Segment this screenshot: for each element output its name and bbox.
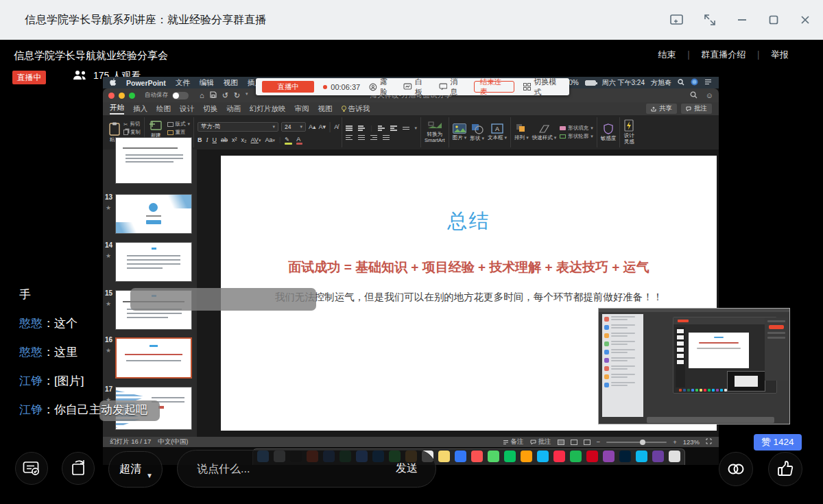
maximize-window-light[interactable]: [129, 93, 135, 99]
close-icon[interactable]: [800, 14, 811, 25]
undo-icon[interactable]: ↺: [222, 91, 228, 100]
arrange-button[interactable]: 排列 ▾: [514, 123, 529, 141]
slide-sorter-view-icon[interactable]: [571, 440, 577, 445]
rotate-screen-button[interactable]: [62, 452, 95, 485]
stream-intro-button[interactable]: 群直播介绍: [701, 49, 746, 61]
mac-menu-app[interactable]: PowerPoint: [126, 79, 166, 87]
fit-slide-icon[interactable]: [706, 438, 712, 446]
justify-button[interactable]: [383, 135, 390, 141]
notes-toggle[interactable]: 备注: [503, 437, 524, 446]
convert-smartart-button[interactable]: 转换为SmartArt: [425, 121, 445, 143]
clear-format-button[interactable]: A̸: [334, 123, 338, 130]
font-color-button[interactable]: A: [296, 136, 302, 145]
comment-settings-button[interactable]: [15, 452, 48, 485]
tab-draw[interactable]: 绘图: [156, 104, 171, 114]
whiteboard-button[interactable]: 白板: [403, 77, 429, 97]
cut-button[interactable]: ✂剪切: [123, 121, 141, 128]
chat-input-pill[interactable]: 发送: [177, 450, 436, 488]
tab-transitions[interactable]: 切换: [203, 104, 217, 114]
minimize-window-light[interactable]: [119, 93, 125, 99]
sensitivity-button[interactable]: 敏感度: [601, 123, 617, 142]
tab-insert[interactable]: 插入: [133, 104, 147, 114]
tab-home[interactable]: 开始: [110, 103, 124, 115]
language-indicator[interactable]: 中文(中国): [158, 437, 188, 446]
align-left-button[interactable]: [346, 135, 353, 141]
redo-icon[interactable]: ↻: [234, 91, 240, 100]
feedback-smiley-icon[interactable]: ☺: [706, 91, 713, 100]
control-center-icon[interactable]: [704, 79, 712, 86]
design-ideas-button[interactable]: 设计灵感: [623, 119, 634, 145]
zoom-slider[interactable]: [606, 442, 667, 443]
end-stream-button[interactable]: 结束: [658, 49, 676, 61]
strikethrough-button[interactable]: ab: [221, 136, 228, 143]
search-icon[interactable]: [690, 91, 697, 100]
tab-animations[interactable]: 动画: [226, 104, 241, 114]
zoom-out-button[interactable]: −: [597, 438, 601, 446]
autosave-toggle[interactable]: [172, 92, 189, 99]
mac-menu-edit[interactable]: 编辑: [200, 78, 214, 88]
zoom-level[interactable]: 123%: [683, 438, 700, 446]
line-spacing-button[interactable]: [403, 127, 409, 130]
shapes-button[interactable]: 形状 ▾: [470, 123, 484, 142]
pip-preview[interactable]: [598, 308, 790, 424]
char-spacing-button[interactable]: AV▾: [251, 136, 261, 143]
indent-decrease-button[interactable]: [378, 125, 385, 131]
font-name-select[interactable]: 苹方-简▾: [198, 122, 278, 132]
picture-button[interactable]: 图片 ▾: [453, 123, 467, 141]
shape-fill-button[interactable]: 形状填充▾: [560, 125, 593, 132]
link-mic-button[interactable]: [719, 452, 753, 486]
messages-button[interactable]: 消息: [439, 77, 465, 97]
shrink-font-button[interactable]: A▾: [319, 123, 326, 130]
quick-styles-button[interactable]: 快速样式 ▾: [532, 124, 557, 141]
mac-user[interactable]: 方旭奇: [651, 78, 671, 88]
align-center-button[interactable]: [358, 135, 365, 141]
chevron-down-icon[interactable]: ▾: [246, 91, 248, 100]
fullscreen-icon[interactable]: [704, 14, 716, 26]
change-case-button[interactable]: Aa▾: [265, 136, 275, 143]
superscript-button[interactable]: x²: [232, 136, 237, 143]
align-right-button[interactable]: [370, 135, 377, 141]
subscript-button[interactable]: x₂: [241, 136, 247, 143]
tab-tell-me[interactable]: 告诉我: [342, 104, 370, 114]
mac-menu-file[interactable]: 文件: [176, 78, 190, 88]
font-size-select[interactable]: 24▾: [281, 122, 306, 132]
send-button[interactable]: 发送: [396, 461, 418, 476]
quality-selector[interactable]: 超清 ▼: [108, 451, 163, 488]
italic-button[interactable]: I: [206, 136, 208, 143]
highlight-color-button[interactable]: ✎: [285, 136, 292, 145]
slide-thumbnail-13[interactable]: [115, 194, 192, 234]
report-button[interactable]: 举报: [771, 49, 789, 61]
minimize-icon[interactable]: [737, 14, 748, 25]
normal-view-icon[interactable]: [558, 440, 564, 445]
spotlight-icon[interactable]: [678, 79, 684, 87]
slide-thumbnail-12[interactable]: [115, 137, 192, 184]
tab-view[interactable]: 视图: [318, 104, 333, 114]
indent-increase-button[interactable]: [390, 125, 397, 131]
switch-mode-button[interactable]: 切换模式: [523, 77, 563, 97]
tab-slideshow[interactable]: 幻灯片放映: [250, 104, 286, 114]
mac-menu-view[interactable]: 视图: [224, 78, 238, 88]
comments-button[interactable]: 批注: [681, 104, 712, 114]
bullets-button[interactable]: [346, 125, 353, 131]
home-icon[interactable]: ⌂: [200, 91, 204, 100]
shape-outline-button[interactable]: 形状轮廓▾: [560, 133, 593, 140]
numbering-button[interactable]: [358, 125, 365, 131]
copy-button[interactable]: 复制: [123, 129, 141, 136]
slide-thumbnail-14[interactable]: [115, 242, 192, 282]
save-icon[interactable]: [210, 91, 217, 100]
comments-toggle[interactable]: 批注: [530, 437, 551, 446]
siri-icon[interactable]: [691, 78, 698, 87]
tab-review[interactable]: 审阅: [295, 104, 309, 114]
textbox-button[interactable]: A 文本框 ▾: [488, 123, 507, 141]
underline-button[interactable]: U: [213, 136, 217, 143]
share-button[interactable]: 共享: [646, 104, 677, 114]
bold-button[interactable]: B: [198, 136, 202, 143]
close-window-light[interactable]: [108, 93, 115, 99]
slideshow-view-icon[interactable]: [584, 440, 591, 445]
show-face-button[interactable]: 露脸: [369, 77, 394, 97]
popup-window-icon[interactable]: [670, 14, 683, 26]
maximize-icon[interactable]: [768, 14, 779, 25]
reset-button[interactable]: 重置: [167, 129, 191, 136]
grow-font-button[interactable]: A▴: [309, 123, 316, 130]
zoom-in-button[interactable]: +: [673, 438, 677, 446]
